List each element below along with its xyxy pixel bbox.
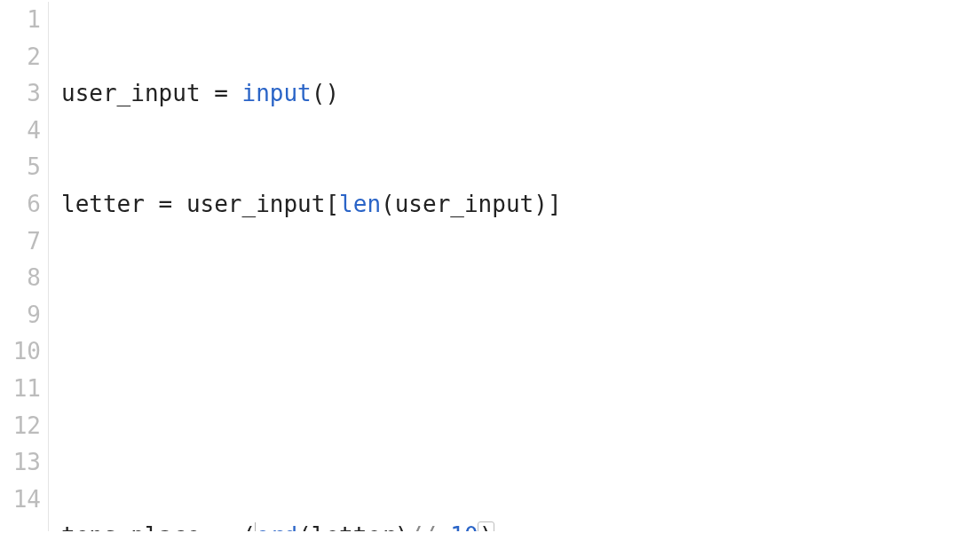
- line-number: 7: [0, 223, 41, 261]
- line-number: 5: [0, 149, 41, 186]
- code-line[interactable]: tens_place = (ord(letter)// 10): [61, 518, 980, 531]
- token-text: (letter): [297, 522, 408, 531]
- line-number: 4: [0, 113, 41, 150]
- token-operator: =: [214, 80, 228, 106]
- line-number: 13: [0, 444, 41, 482]
- line-number: 10: [0, 333, 41, 371]
- line-number: 14: [0, 482, 41, 519]
- token-identifier: letter: [61, 191, 159, 217]
- code-editor[interactable]: 1 2 3 4 5 6 7 8 9 10 11 12 13 14 user_in…: [0, 0, 980, 533]
- line-number: 1: [0, 2, 41, 39]
- token-identifier: user_input: [61, 80, 214, 106]
- token-text: (user_input)]: [381, 191, 562, 217]
- code-line[interactable]: [61, 297, 980, 334]
- line-number: 6: [0, 186, 41, 223]
- token-space: [228, 80, 242, 106]
- token-builtin-ord: ord: [255, 522, 297, 531]
- code-line[interactable]: letter = user_input[len(user_input)]: [61, 186, 980, 223]
- token-close-paren-matched: ): [478, 521, 495, 531]
- code-line[interactable]: user_input = input(): [61, 75, 980, 113]
- line-number: 8: [0, 260, 41, 297]
- token-operator: =: [214, 522, 228, 531]
- code-line[interactable]: [61, 408, 980, 445]
- line-number: 12: [0, 408, 41, 445]
- code-area[interactable]: user_input = input() letter = user_input…: [49, 2, 980, 531]
- token-floordiv: //: [408, 522, 436, 531]
- line-number: 11: [0, 371, 41, 408]
- token-space: [437, 522, 451, 531]
- token-number: 10: [450, 522, 478, 531]
- token-builtin-len: len: [339, 191, 381, 217]
- token-parens: (): [312, 80, 339, 106]
- token-operator: =: [159, 191, 173, 217]
- token-builtin-input: input: [242, 80, 312, 106]
- token-text: (: [228, 522, 256, 531]
- line-number-gutter: 1 2 3 4 5 6 7 8 9 10 11 12 13 14: [0, 2, 49, 531]
- line-number: 2: [0, 39, 41, 76]
- token-identifier: tens_place: [61, 522, 214, 531]
- line-number: 9: [0, 297, 41, 334]
- token-text: user_input[: [172, 191, 339, 217]
- line-number: 3: [0, 75, 41, 113]
